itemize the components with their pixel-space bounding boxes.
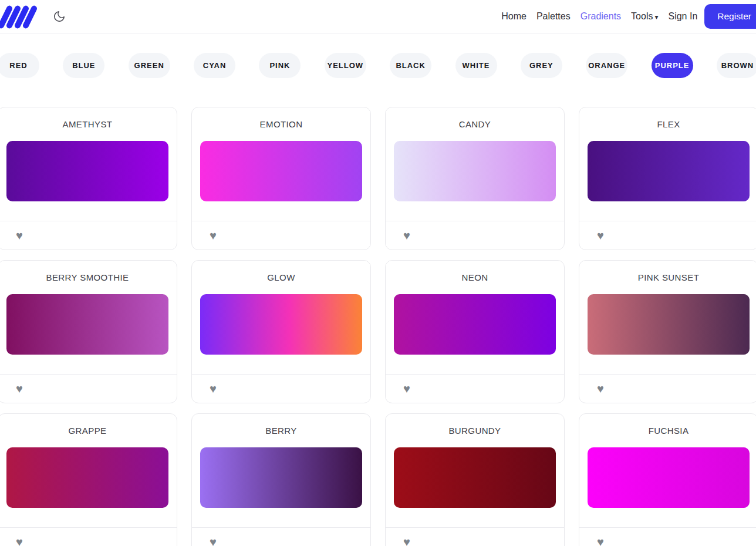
heart-icon[interactable]: ♥ [597, 229, 604, 242]
gradient-swatch[interactable] [200, 294, 362, 355]
filter-grey[interactable]: GREY [521, 53, 562, 78]
heart-icon[interactable]: ♥ [210, 229, 217, 242]
gradient-swatch[interactable] [200, 447, 362, 508]
heart-icon[interactable]: ♥ [403, 382, 410, 395]
gradient-swatch[interactable] [6, 447, 168, 508]
filter-white[interactable]: WHITE [455, 53, 497, 78]
gradient-name: CANDY [394, 119, 556, 129]
heart-icon[interactable]: ♥ [403, 535, 410, 546]
gradient-name: BERRY SMOOTHIE [6, 272, 168, 282]
gradient-swatch[interactable] [588, 141, 750, 201]
gradient-card: NEON ♥ [385, 260, 565, 403]
heart-icon[interactable]: ♥ [16, 535, 23, 546]
gradient-name: BERRY [200, 426, 362, 436]
gradient-swatch[interactable] [394, 294, 556, 355]
gradient-swatch[interactable] [394, 447, 556, 508]
gradient-swatch[interactable] [588, 447, 750, 508]
filter-purple[interactable]: PURPLE [652, 53, 693, 78]
gradient-card: GRAPPE ♥ [0, 413, 177, 546]
caret-down-icon: ▾ [654, 13, 658, 21]
moon-icon [53, 10, 66, 23]
gradient-swatch[interactable] [394, 141, 556, 201]
gradient-swatch[interactable] [6, 294, 168, 355]
gradient-name: EMOTION [200, 119, 362, 129]
gradient-card: FUCHSIA ♥ [579, 413, 756, 546]
heart-icon[interactable]: ♥ [403, 229, 410, 242]
gradient-card: PINK SUNSET ♥ [579, 260, 756, 403]
filter-orange[interactable]: ORANGE [586, 53, 627, 78]
gradient-card: EMOTION ♥ [191, 107, 371, 250]
nav-link-home[interactable]: Home [501, 11, 526, 22]
navbar: Home Palettes Gradients Tools▾ Sign In R… [0, 0, 756, 33]
filter-yellow[interactable]: YELLOW [325, 53, 366, 78]
gradient-name: FUCHSIA [588, 426, 750, 436]
gradient-grid: AMETHYST ♥ EMOTION ♥ CANDY ♥ FLEX ♥ [0, 107, 756, 546]
gradient-name: GRAPPE [6, 426, 168, 436]
gradient-name: FLEX [588, 119, 750, 129]
heart-icon[interactable]: ♥ [210, 382, 217, 395]
register-button[interactable]: Register [704, 4, 756, 29]
gradient-card: FLEX ♥ [579, 107, 756, 250]
gradient-name: NEON [394, 272, 556, 282]
gradient-name: BURGUNDY [394, 426, 556, 436]
gradient-swatch[interactable] [200, 141, 362, 201]
nav-links: Home Palettes Gradients Tools▾ Sign In [501, 11, 697, 22]
gradient-card: CANDY ♥ [385, 107, 565, 250]
gradient-card: GLOW ♥ [191, 260, 371, 403]
heart-icon[interactable]: ♥ [597, 535, 604, 546]
heart-icon[interactable]: ♥ [210, 535, 217, 546]
gradient-card: BERRY ♥ [191, 413, 371, 546]
gradient-name: AMETHYST [6, 119, 168, 129]
gradient-swatch[interactable] [6, 141, 168, 201]
gradient-card: BURGUNDY ♥ [385, 413, 565, 546]
nav-link-tools[interactable]: Tools▾ [631, 11, 658, 22]
gradient-name: GLOW [200, 272, 362, 282]
gradient-name: PINK SUNSET [588, 272, 750, 282]
nav-link-gradients[interactable]: Gradients [580, 11, 621, 22]
nav-link-palettes[interactable]: Palettes [536, 11, 571, 22]
dark-mode-toggle[interactable] [53, 10, 66, 23]
gradient-card: AMETHYST ♥ [0, 107, 177, 250]
filter-cyan[interactable]: CYAN [194, 53, 235, 78]
filter-pink[interactable]: PINK [259, 53, 301, 78]
heart-icon[interactable]: ♥ [16, 229, 23, 242]
filter-brown[interactable]: BROWN [717, 53, 756, 78]
gradient-card: BERRY SMOOTHIE ♥ [0, 260, 177, 403]
heart-icon[interactable]: ♥ [16, 382, 23, 395]
filter-blue[interactable]: BLUE [63, 53, 104, 78]
site-logo-icon[interactable] [2, 4, 33, 29]
color-filter-bar: RED BLUE GREEN CYAN PINK YELLOW BLACK WH… [0, 53, 756, 78]
filter-black[interactable]: BLACK [390, 53, 431, 78]
filter-green[interactable]: GREEN [129, 53, 170, 78]
heart-icon[interactable]: ♥ [597, 382, 604, 395]
gradient-swatch[interactable] [588, 294, 750, 355]
nav-link-sign-in[interactable]: Sign In [668, 11, 697, 22]
filter-red[interactable]: RED [0, 53, 39, 78]
